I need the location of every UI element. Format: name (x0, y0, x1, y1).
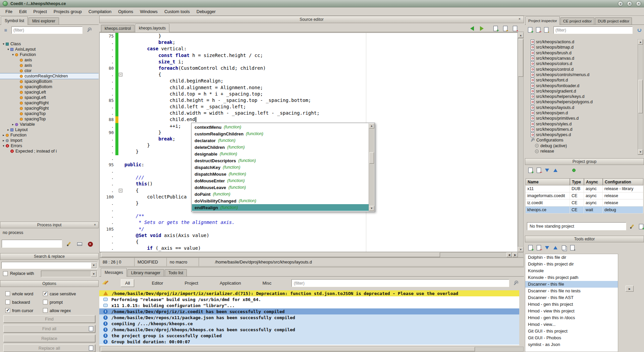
menu-options[interactable]: Options (115, 8, 137, 15)
menu-project[interactable]: Project (30, 8, 50, 15)
tool-item-hmod-view[interactable]: Hmod - view... (525, 321, 618, 328)
message-row[interactable]: /home/basile/Dev/dproj/iz/import/iz/seri… (99, 290, 519, 296)
collapse-arrow-icon[interactable]: ▾ (1, 42, 6, 46)
expand-arrow-icon[interactable]: ▸ (1, 133, 6, 137)
tool-item-hmod-view-this-project[interactable]: Hmod - view this project (525, 308, 618, 314)
symbol-item-spacingright[interactable]: spacingRight (0, 100, 99, 106)
tool-item-dolphin-this-project-dir[interactable]: Dolphin - this project dir (525, 261, 618, 268)
menu-file[interactable]: File (2, 8, 16, 15)
messages-horizontal-scrollbar[interactable] (99, 347, 524, 352)
file-item-src-kheops-gradient-d[interactable]: src/kheops/gradient.d (525, 89, 638, 94)
menu-debugger[interactable]: Debugger (193, 8, 219, 15)
completion-item-domouseenter[interactable]: doMouseEnter(function) (192, 177, 369, 184)
message-row[interactable]: i/home/basile/Dev/dproj/kheops/kheops.ce… (99, 327, 519, 333)
maximize-button[interactable]: ∧ (627, 1, 632, 6)
completion-item-customrealignchildren[interactable]: customRealignChildren(function) (192, 130, 369, 137)
code-line[interactable]: . @Set void axis(Axis value) (100, 232, 518, 239)
file-item-src-kheops-layouts-d[interactable]: src/kheops/layouts.d (525, 105, 638, 110)
tab-symbol-list[interactable]: Symbol list (1, 16, 28, 25)
add-source-icon[interactable] (526, 26, 534, 34)
remove-tool-icon[interactable] (535, 244, 542, 251)
symbol-item-customrealignchildren[interactable]: customRealignChildren (0, 73, 99, 79)
symbol-item-spacingleft[interactable]: spacingLeft (0, 95, 99, 100)
new-file-icon[interactable] (492, 25, 499, 32)
tab-todo-list[interactable]: Todo list (165, 269, 187, 276)
process-input-field[interactable] (2, 240, 62, 248)
scroll-thumb[interactable] (101, 252, 440, 257)
symbol-item-variable[interactable]: ▸Variable (0, 122, 99, 127)
collapse-arrow-icon[interactable]: ▾ (11, 53, 15, 56)
file-item-configurations[interactable]: Configurations (525, 137, 638, 143)
move-up-icon[interactable] (552, 244, 559, 251)
symbol-item-spacingbottom[interactable]: spacingBottom (0, 84, 99, 90)
pen-icon[interactable] (65, 240, 72, 248)
scroll-up-icon[interactable]: ▲ (518, 33, 524, 38)
code-line[interactable]: . child.alignment = Alignment.none; (100, 84, 518, 91)
symbol-item-axis[interactable]: axis (0, 63, 99, 68)
menu-custom-tools[interactable]: Custom tools (161, 8, 193, 15)
messages-filter-input[interactable] (291, 279, 509, 287)
file-item-src-kheops-font-d[interactable]: src/kheops/font.d (525, 77, 638, 83)
completion-item-contextmenu[interactable]: contextMenu(function) (192, 124, 369, 130)
run-tool-icon[interactable] (569, 244, 576, 251)
menu-windows[interactable]: Windows (137, 8, 161, 15)
menu-compilation[interactable]: Compilation (85, 8, 115, 15)
add-folder-icon[interactable] (542, 26, 550, 34)
table-row[interactable]: kheops.ceCEwaitdebug (526, 207, 643, 214)
find-all-button[interactable]: Find all (3, 325, 95, 333)
tool-item-git-gui-phobos[interactable]: Git GUI - Phobos (525, 335, 618, 341)
refresh-icon[interactable] (636, 26, 643, 34)
tab-ce-project-editor[interactable]: CE project editor (560, 17, 595, 24)
filter-misc[interactable]: Misc (259, 280, 276, 287)
file-item-debug-active[interactable]: debug (active) (525, 143, 638, 149)
code-line[interactable]: . size_t i; (100, 59, 518, 65)
code-line[interactable]: . const float h = sizeRect.height / cc; (100, 52, 518, 59)
scroll-up-icon[interactable]: ▲ (369, 123, 374, 128)
tool-item-git-gui-this-project[interactable]: Git GUI - this project (525, 328, 618, 335)
scroll-thumb[interactable] (101, 347, 475, 351)
code-line[interactable]: 80 foreach(CustomControl child; children… (100, 65, 518, 71)
message-row[interactable]: ithe project group is successfully compi… (99, 333, 519, 339)
close-button[interactable]: × (636, 1, 641, 6)
tool-item-konsole[interactable]: Konsole (525, 268, 618, 274)
kill-process-icon[interactable] (87, 240, 94, 248)
save-file-icon[interactable] (511, 25, 519, 32)
filter-project[interactable]: Project (180, 280, 202, 287)
checkbox-case-sensitive[interactable] (43, 291, 48, 296)
move-up-icon[interactable] (552, 167, 559, 174)
titlebar[interactable]: Coedit - /...kheops/kheops.ce ∨ ∧ × (0, 0, 644, 7)
column-header-name[interactable]: Name (526, 178, 570, 185)
go-back-icon[interactable] (468, 25, 476, 32)
tool-item-konsole-this-project-path[interactable]: Konsole - this project path (525, 274, 618, 281)
message-row[interactable]: i/home/basile/Dev/repos/x11/package.json… (99, 314, 519, 320)
file-item-release[interactable]: release (525, 149, 638, 154)
checkbox-prompt[interactable] (43, 300, 48, 304)
code-line[interactable]: 85 child.height = h - _spacing.top - _sp… (100, 97, 518, 104)
checkbox-backward[interactable] (5, 300, 10, 304)
fold-marker-icon[interactable]: − (119, 189, 122, 192)
file-item-src-kheops-pen-d[interactable]: src/kheops/pen.d (525, 110, 638, 116)
symbol-item-axis[interactable]: axis (0, 57, 99, 63)
scroll-right-icon[interactable]: ▶ (513, 252, 518, 257)
file-item-src-kheops-controls-menus-d[interactable]: src/kheops/controls/menus.d (525, 72, 638, 77)
add-project-icon[interactable] (527, 167, 534, 174)
symbol-item-class[interactable]: ▾Class (0, 41, 99, 47)
file-item-src-kheops-primitives-d[interactable]: src/kheops/primitives.d (525, 116, 638, 121)
code-line[interactable]: 105 */ (100, 226, 518, 232)
completion-item-deletechildren[interactable]: deleteChildren(function) (192, 144, 369, 151)
expand-icon[interactable]: ▸ (626, 286, 634, 292)
message-row[interactable]: x11 1.0.15: building configuration "libr… (99, 302, 519, 308)
collapse-arrow-icon[interactable]: ▾ (1, 144, 6, 148)
symbol-filter-input[interactable] (11, 26, 83, 34)
tab-kheops-layouts[interactable]: kheops.layouts (135, 24, 169, 32)
code-line[interactable]: . child.width = width - _spacing.left - … (100, 110, 518, 116)
scroll-down-icon[interactable]: ▼ (369, 206, 374, 211)
editor-horizontal-scrollbar[interactable]: ◀ ▶ (99, 252, 524, 257)
code-line[interactable]: . child.top = h * i + _spacing.top; (100, 91, 518, 97)
close-icon[interactable]: × (517, 17, 522, 21)
symbol-item-errors[interactable]: ▾!Errors (0, 143, 99, 149)
symbol-item-spacingbottom[interactable]: spacingBottom (0, 79, 99, 84)
tab-dub-project-editor[interactable]: DUB project editor (595, 17, 632, 24)
symbol-item-spacingleft[interactable]: spacingLeft (0, 90, 99, 95)
scroll-thumb[interactable] (638, 80, 643, 113)
